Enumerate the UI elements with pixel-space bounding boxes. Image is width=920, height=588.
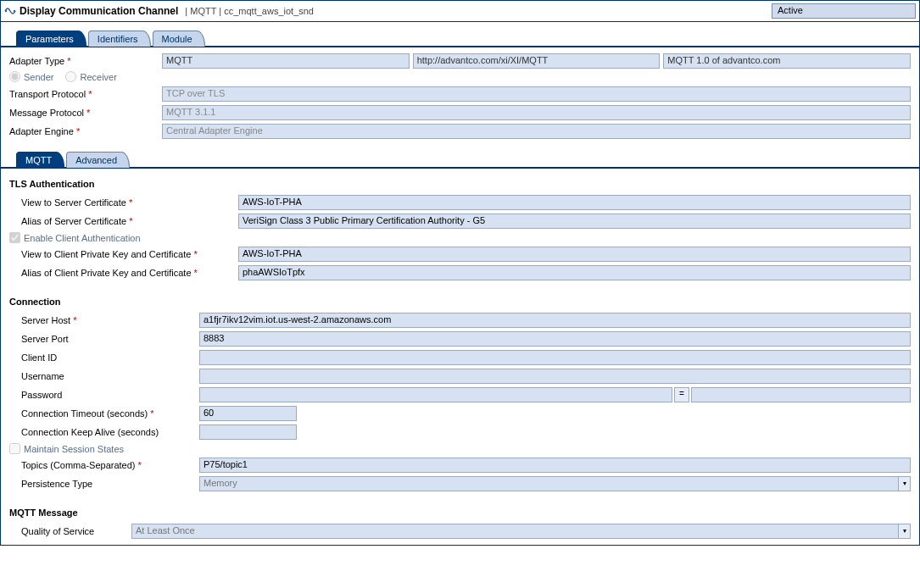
connection-heading: Connection	[9, 297, 911, 307]
connection-timeout-field[interactable]: 60	[199, 406, 297, 421]
main-tabs: Parameters Identifiers Module	[1, 22, 919, 47]
persistence-type-label: Persistence Type	[21, 479, 199, 489]
enable-client-auth-row: Enable Client Authentication	[9, 232, 911, 243]
svg-point-1	[14, 10, 15, 12]
qos-select[interactable]: At Least Once ▾	[131, 524, 911, 539]
topics-label: Topics (Comma-Separated) *	[21, 460, 199, 470]
tab-mqtt[interactable]: MQTT	[16, 152, 64, 168]
adapter-engine-field: Central Adapter Engine	[162, 124, 911, 139]
server-host-field[interactable]: a1fjr7ikv12vim.iot.us-west-2.amazonaws.c…	[199, 313, 911, 328]
tab-advanced[interactable]: Advanced	[66, 152, 130, 168]
page-path: | MQTT | cc_mqtt_aws_iot_snd	[185, 6, 314, 16]
communication-channel-panel: Display Communication Channel | MQTT | c…	[0, 0, 920, 546]
adapter-component-field: MQTT 1.0 of advantco.com	[663, 53, 911, 69]
channel-icon	[4, 5, 16, 17]
server-port-field[interactable]: 8883	[199, 331, 911, 347]
view-server-cert-field[interactable]: AWS-IoT-PHA	[238, 195, 911, 210]
qos-label: Quality of Service	[21, 526, 131, 536]
password-field[interactable]	[199, 387, 672, 402]
server-host-label: Server Host *	[21, 315, 199, 325]
sub-tabs: MQTT Advanced	[1, 145, 919, 168]
tls-section: TLS Authentication View to Server Certif…	[1, 169, 919, 286]
sender-radio[interactable]	[9, 71, 20, 82]
alias-server-cert-field[interactable]: VeriSign Class 3 Public Primary Certific…	[238, 214, 911, 229]
persistence-type-select[interactable]: Memory ▾	[199, 476, 911, 491]
keep-alive-label: Connection Keep Alive (seconds)	[21, 427, 199, 437]
mqtt-message-heading: MQTT Message	[9, 508, 911, 518]
qos-value: At Least Once	[131, 524, 899, 539]
view-server-cert-label: View to Server Certificate *	[21, 197, 238, 208]
enable-client-auth-label: Enable Client Authentication	[24, 233, 141, 243]
message-protocol-field: MQTT 3.1.1	[162, 105, 911, 120]
password-reveal-button[interactable]: =	[674, 387, 689, 402]
dropdown-icon: ▾	[899, 524, 911, 539]
direction-row: Sender Receiver	[9, 71, 911, 82]
server-port-label: Server Port	[21, 334, 199, 344]
alias-client-cert-label: Alias of Client Private Key and Certific…	[21, 268, 238, 278]
connection-section: Connection Server Host *a1fjr7ikv12vim.i…	[1, 286, 919, 497]
maintain-session-label: Maintain Session States	[24, 444, 124, 454]
svg-point-0	[5, 10, 7, 12]
keep-alive-field[interactable]	[199, 424, 297, 440]
tab-module[interactable]: Module	[153, 31, 205, 47]
maintain-session-checkbox[interactable]	[9, 443, 20, 454]
tab-parameters[interactable]: Parameters	[16, 31, 86, 47]
alias-server-cert-label: Alias of Server Certificate *	[21, 216, 238, 226]
adapter-form: Adapter Type * MQTT http://advantco.com/…	[1, 47, 919, 145]
password-confirm-field[interactable]	[691, 387, 911, 402]
page-title: Display Communication Channel	[20, 5, 178, 17]
sender-label: Sender	[24, 72, 53, 82]
password-label: Password	[21, 390, 199, 400]
enable-client-auth-checkbox[interactable]	[9, 232, 20, 243]
header-bar: Display Communication Channel | MQTT | c…	[1, 1, 919, 22]
username-label: Username	[21, 371, 199, 381]
view-client-cert-field[interactable]: AWS-IoT-PHA	[238, 247, 911, 262]
transport-protocol-label: Transport Protocol *	[9, 89, 162, 99]
tls-heading: TLS Authentication	[9, 179, 911, 189]
username-field[interactable]	[199, 369, 911, 384]
tab-identifiers[interactable]: Identifiers	[88, 31, 151, 47]
message-protocol-label: Message Protocol *	[9, 108, 162, 118]
client-id-label: Client ID	[21, 352, 199, 363]
receiver-radio[interactable]	[65, 71, 76, 82]
adapter-engine-label: Adapter Engine *	[9, 126, 162, 136]
adapter-type-label: Adapter Type *	[9, 56, 162, 66]
persistence-type-value: Memory	[199, 476, 899, 491]
view-client-cert-label: View to Client Private Key and Certifica…	[21, 249, 238, 259]
receiver-label: Receiver	[80, 72, 116, 82]
dropdown-icon: ▾	[899, 476, 911, 491]
client-id-field[interactable]	[199, 350, 911, 365]
transport-protocol-field: TCP over TLS	[162, 86, 911, 102]
mqtt-message-section: MQTT Message Quality of Service At Least…	[1, 497, 919, 545]
alias-client-cert-field[interactable]: phaAWSIoTpfx	[238, 265, 911, 280]
maintain-session-row: Maintain Session States	[9, 443, 911, 454]
adapter-name-field: MQTT	[162, 53, 410, 69]
topics-field[interactable]: P75/topic1	[199, 458, 911, 473]
adapter-namespace-field: http://advantco.com/xi/XI/MQTT	[413, 53, 661, 69]
connection-timeout-label: Connection Timeout (seconds) *	[21, 408, 199, 419]
status-field: Active	[772, 3, 916, 19]
